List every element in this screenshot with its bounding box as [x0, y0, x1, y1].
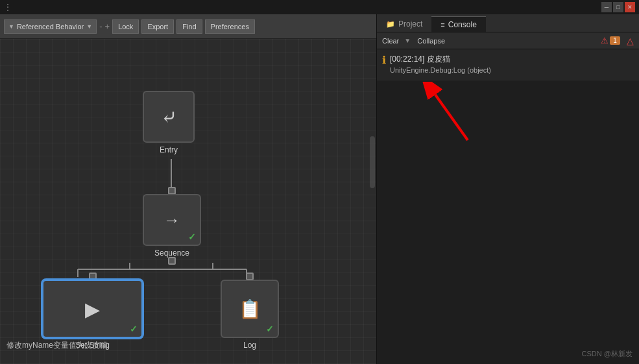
dropdown-label: Referenced Behavior: [17, 23, 84, 30]
log-entry-icon: ℹ: [382, 54, 386, 66]
sequence-connector-bottom: [168, 257, 176, 265]
warn-badge: ⚠ 1: [598, 36, 623, 45]
svg-line-9: [435, 95, 468, 140]
console-toolbar: Clear ▼ Collapse ⚠ 1 △: [377, 32, 639, 49]
clear-button[interactable]: Clear: [380, 36, 402, 46]
set-string-icon: ▶: [85, 298, 100, 321]
console-tab-icon: ≡: [440, 21, 444, 29]
graph-panel: ▼ Referenced Behavior ▼ - + Lock Export …: [0, 14, 376, 364]
graph-toolbar: ▼ Referenced Behavior ▼ - + Lock Export …: [0, 14, 376, 39]
entry-label: Entry: [160, 145, 178, 154]
preferences-button[interactable]: Preferences: [205, 19, 255, 34]
referenced-behavior-dropdown[interactable]: ▼ Referenced Behavior ▼: [4, 19, 97, 34]
separator-2: +: [105, 21, 110, 31]
title-bar: ⋮ ─ □ ✕: [0, 0, 639, 14]
console-content[interactable]: ℹ [00:22:14] 皮皮猫 UnityEngine.Debug:Log (…: [377, 49, 639, 364]
minimize-button[interactable]: ─: [601, 2, 612, 12]
entry-node[interactable]: ⤶ Entry: [143, 91, 195, 154]
collapse-button[interactable]: Collapse: [413, 36, 449, 46]
tab-project[interactable]: 📁 Project: [377, 16, 431, 32]
console-tab-label: Console: [448, 20, 477, 29]
log-checkmark: ✓: [266, 324, 274, 334]
graph-canvas[interactable]: ⤶ Entry → ✓ Sequence: [0, 39, 376, 364]
log-icon: 📋: [239, 298, 261, 320]
title-bar-controls[interactable]: ─ □ ✕: [601, 2, 635, 12]
console-tabs: 📁 Project ≡ Console: [377, 14, 639, 32]
sequence-checkmark: ✓: [188, 232, 196, 242]
warn-count: 1: [610, 36, 620, 45]
tab-console[interactable]: ≡ Console: [431, 16, 485, 32]
watermark: CSDN @林新发: [582, 349, 633, 359]
node-description: 修改myName变量值为皮皮猫: [6, 340, 108, 351]
dropdown-arrow-icon: ▼: [8, 23, 14, 30]
sequence-icon: →: [163, 210, 180, 230]
title-bar-dots: ⋮: [4, 3, 12, 12]
red-arrow-annotation: [416, 82, 481, 147]
lock-button[interactable]: Lock: [112, 19, 139, 34]
sequence-node[interactable]: → ✓ Sequence: [143, 187, 201, 265]
entry-icon: ⤶: [161, 106, 177, 128]
log-entry-detail: UnityEngine.Debug:Log (object): [390, 65, 491, 76]
find-button[interactable]: Find: [176, 19, 202, 34]
close-button[interactable]: ✕: [625, 2, 635, 12]
dots-icon: ⋮: [4, 3, 12, 12]
project-tab-icon: 📁: [386, 20, 395, 29]
log-label: Log: [243, 341, 256, 350]
set-string-checkmark: ✓: [130, 324, 138, 334]
set-string-node[interactable]: ▶ ✓ Set String: [42, 273, 143, 350]
project-tab-label: Project: [398, 19, 422, 29]
log-entry-0[interactable]: ℹ [00:22:14] 皮皮猫 UnityEngine.Debug:Log (…: [377, 49, 639, 80]
alert-badge: △: [624, 36, 636, 46]
graph-scrollbar[interactable]: [370, 136, 375, 188]
log-entry-text: [00:22:14] 皮皮猫 UnityEngine.Debug:Log (ob…: [390, 53, 491, 76]
log-entry-title: [00:22:14] 皮皮猫: [390, 53, 491, 65]
log-node[interactable]: 📋 ✓ Log: [221, 273, 279, 350]
error-icon: ⚠: [601, 36, 609, 45]
maximize-button[interactable]: □: [613, 2, 623, 12]
clear-dropdown[interactable]: ▼: [403, 36, 412, 45]
separator-1: -: [99, 21, 102, 31]
dropdown-right-arrow-icon: ▼: [86, 23, 92, 30]
export-button[interactable]: Export: [141, 19, 174, 34]
alert-icon: △: [627, 36, 634, 46]
sequence-label: Sequence: [154, 249, 189, 258]
console-panel: 📁 Project ≡ Console Clear ▼ Collapse ⚠ 1: [376, 14, 639, 364]
